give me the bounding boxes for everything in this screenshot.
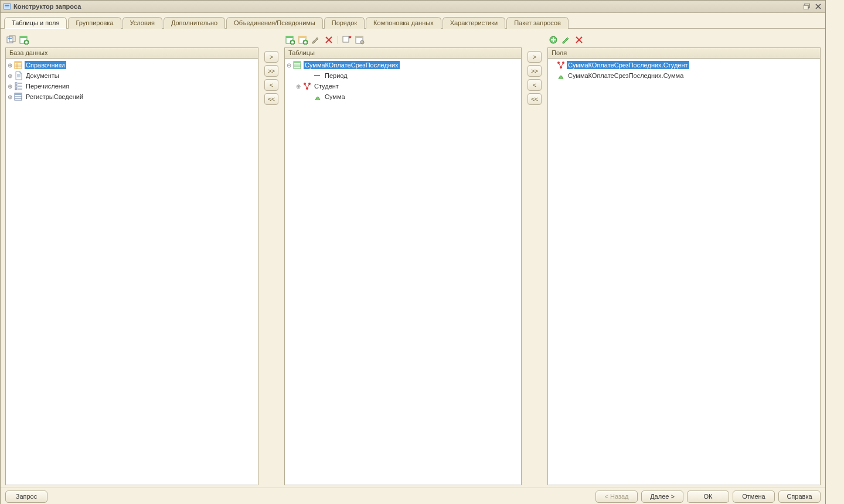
nested-query-icon[interactable] — [6, 35, 16, 45]
field-item[interactable]: СуммаКОплатеСрезПоследних.Сумма — [548, 70, 820, 81]
table-node-root[interactable]: ⊖ СуммаКОплатеСрезПоследних — [285, 60, 521, 70]
svg-rect-3 — [5, 8, 9, 8]
db-node-info-registers[interactable]: ⊕ РегистрыСведений — [6, 91, 258, 102]
resource-icon — [313, 92, 322, 101]
tab-bar: Таблицы и поля Группировка Условия Допол… — [1, 13, 825, 29]
db-node-documents[interactable]: ⊕ Документы — [6, 70, 258, 81]
add-icon[interactable] — [549, 35, 558, 45]
expand-icon[interactable]: ⊕ — [6, 94, 14, 100]
svg-rect-38 — [292, 41, 293, 43]
temp-table-icon[interactable] — [19, 35, 29, 45]
delete-icon[interactable] — [574, 35, 584, 45]
database-column: База данных ⊕ Справочники ⊕ Документы ⊕ — [5, 33, 258, 485]
query-builder-window: Конструктор запроса Таблицы и поля Групп… — [0, 0, 826, 504]
svg-rect-12 — [20, 36, 27, 38]
fields-column: Поля СуммаКОплатеСрезПоследних.Студент С… — [547, 33, 821, 485]
tables-tree[interactable]: ⊖ СуммаКОплатеСрезПоследних Период ⊕ Сту… — [284, 59, 522, 485]
register-table-icon — [293, 60, 302, 70]
svg-line-72 — [559, 63, 561, 67]
svg-rect-1 — [5, 5, 9, 6]
back-button[interactable]: < Назад — [595, 491, 638, 503]
resource-icon — [556, 71, 566, 80]
edit-icon[interactable] — [311, 35, 321, 45]
tab-conditions[interactable]: Условия — [122, 17, 162, 29]
field-label: Период — [324, 71, 349, 80]
move-tables-to-fields: > >> < << — [526, 33, 543, 485]
move-left-button[interactable]: < — [528, 79, 542, 91]
svg-line-73 — [561, 63, 563, 67]
field-item-label: СуммаКОплатеСрезПоследних.Сумма — [567, 71, 685, 80]
database-header: База данных — [5, 47, 258, 59]
move-left-all-button[interactable]: << — [264, 93, 278, 105]
table-params-icon[interactable] — [355, 35, 365, 45]
svg-rect-52 — [356, 36, 363, 38]
svg-rect-35 — [286, 36, 293, 38]
move-left-all-button[interactable]: << — [528, 93, 542, 105]
tab-query-package[interactable]: Пакет запросов — [506, 17, 569, 29]
expand-icon[interactable]: ⊕ — [6, 73, 14, 79]
titlebar: Конструктор запроса — [1, 1, 825, 13]
fields-list[interactable]: СуммаКОплатеСрезПоследних.Студент СуммаК… — [547, 59, 821, 485]
svg-rect-58 — [314, 75, 320, 76]
database-toolbar — [5, 33, 258, 47]
tab-tables-fields[interactable]: Таблицы и поля — [4, 17, 67, 29]
replace-table-icon[interactable] — [342, 35, 352, 45]
field-item-label: СуммаКОплатеСрезПоследних.Студент — [567, 61, 689, 69]
fields-header: Поля — [547, 47, 821, 59]
svg-rect-9 — [8, 38, 12, 39]
table-field-student[interactable]: ⊕ Студент — [285, 81, 521, 91]
document-icon — [14, 71, 23, 80]
move-db-to-tables: > >> < << — [263, 33, 280, 485]
expand-icon[interactable]: ⊕ — [6, 62, 14, 69]
svg-rect-43 — [305, 41, 306, 43]
move-right-button[interactable]: > — [264, 51, 278, 63]
svg-line-62 — [305, 84, 307, 88]
ok-button[interactable]: ОК — [687, 491, 729, 503]
query-button[interactable]: Запрос — [5, 491, 47, 503]
svg-rect-55 — [294, 62, 301, 63]
svg-rect-24 — [15, 83, 17, 84]
restore-icon[interactable] — [802, 2, 812, 11]
add-temp-table-icon[interactable] — [298, 35, 308, 45]
table-field-period[interactable]: Период — [285, 70, 521, 81]
svg-line-63 — [307, 84, 309, 88]
move-right-all-button[interactable]: >> — [264, 65, 278, 77]
move-left-button[interactable]: < — [264, 79, 278, 91]
cancel-button[interactable]: Отмена — [733, 491, 775, 503]
tab-order[interactable]: Порядок — [324, 17, 365, 29]
tables-column: Таблицы ⊖ СуммаКОплатеСрезПоследних Пери… — [284, 33, 522, 485]
help-button[interactable]: Справка — [778, 491, 821, 503]
tab-characteristics[interactable]: Характеристики — [443, 17, 506, 29]
tab-grouping[interactable]: Группировка — [68, 17, 121, 29]
svg-rect-46 — [343, 36, 349, 42]
table-field-sum[interactable]: Сумма — [285, 91, 521, 102]
next-button[interactable]: Далее > — [641, 491, 683, 503]
db-node-label: Документы — [25, 71, 60, 80]
tab-unions-aliases[interactable]: Объединения/Псевдонимы — [226, 17, 323, 29]
delete-icon[interactable] — [324, 35, 333, 45]
field-item[interactable]: СуммаКОплатеСрезПоследних.Студент — [548, 60, 820, 70]
tab-advanced[interactable]: Дополнительно — [164, 17, 225, 29]
svg-rect-31 — [15, 93, 22, 95]
window-controls — [802, 2, 823, 11]
database-tree[interactable]: ⊕ Справочники ⊕ Документы ⊕ Перечисления — [5, 59, 258, 485]
db-node-label: Справочники — [25, 61, 66, 69]
move-right-button[interactable]: > — [528, 51, 542, 63]
db-node-catalogs[interactable]: ⊕ Справочники — [6, 60, 258, 70]
svg-point-53 — [360, 40, 364, 44]
collapse-icon[interactable]: ⊖ — [285, 62, 293, 69]
edit-icon[interactable] — [561, 35, 571, 45]
expand-icon[interactable]: ⊕ — [6, 83, 14, 90]
footer: Запрос < Назад Далее > ОК Отмена Справка — [1, 488, 825, 504]
move-right-all-button[interactable]: >> — [528, 65, 542, 77]
close-icon[interactable] — [814, 2, 823, 11]
add-nested-icon[interactable] — [285, 35, 295, 45]
svg-rect-66 — [551, 39, 556, 40]
tab-data-composition[interactable]: Компоновка данных — [366, 17, 441, 29]
db-node-enums[interactable]: ⊕ Перечисления — [6, 81, 258, 91]
period-icon — [313, 71, 322, 80]
enum-icon — [14, 81, 23, 91]
expand-icon[interactable]: ⊕ — [294, 83, 302, 90]
db-node-label: Перечисления — [25, 82, 70, 90]
tables-toolbar — [284, 33, 522, 47]
